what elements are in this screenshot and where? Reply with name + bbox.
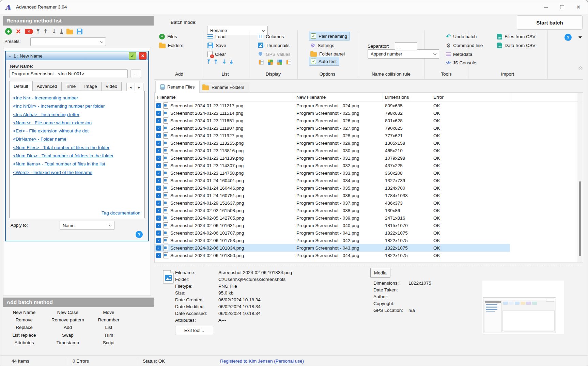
row-checkbox-checked-icon[interactable] — [156, 223, 161, 228]
js-console-button[interactable]: </>JS Console — [446, 59, 476, 66]
minimize-button[interactable] — [538, 0, 554, 14]
row-checkbox-checked-icon[interactable] — [156, 245, 161, 251]
add-batch-method-item[interactable]: List replace — [4, 331, 45, 339]
new-name-browse-button[interactable]: ... — [130, 69, 141, 78]
maximize-button[interactable] — [554, 0, 570, 14]
separator-input[interactable] — [395, 42, 417, 50]
tab-video[interactable]: Video — [102, 82, 122, 91]
tag-link[interactable]: <DirName> - Folder name — [13, 135, 113, 143]
display-thumbnails-button[interactable]: Thumbnails — [258, 42, 290, 49]
add-batch-method-item[interactable]: Remove — [4, 316, 45, 323]
table-row[interactable]: Screenshot 2024-01-24 160751.png Program… — [155, 192, 510, 199]
presets-select[interactable] — [30, 37, 106, 46]
table-row[interactable]: Screenshot 2024-01-23 111927.png Program… — [155, 132, 510, 139]
add-batch-method-item[interactable]: List — [91, 324, 126, 331]
add-batch-method-item[interactable]: Attributes — [4, 339, 45, 347]
table-row[interactable]: Screenshot 2024-02-06 101753.png Program… — [155, 237, 510, 244]
view-tiles-icon[interactable] — [268, 60, 273, 65]
list-clear-button[interactable]: Clear — [207, 50, 226, 58]
table-row[interactable]: Screenshot 2024-02-06 101834.png Program… — [155, 244, 510, 252]
table-row[interactable]: Screenshot 2024-01-23 111514.png Program… — [155, 109, 510, 117]
row-checkbox-checked-icon[interactable] — [156, 133, 161, 138]
table-row[interactable]: Screenshot 2024-02-02 161508.png Program… — [155, 207, 510, 214]
add-batch-method-item[interactable]: Swap — [45, 331, 91, 339]
row-checkbox-checked-icon[interactable] — [156, 178, 161, 183]
tag-link[interactable]: <Ext> - File extension without the dot — [13, 127, 113, 135]
table-row[interactable]: Screenshot 2024-01-23 114307.png Program… — [155, 162, 510, 169]
table-row[interactable]: Screenshot 2024-01-23 111651.png Program… — [155, 117, 510, 124]
method-help-icon[interactable]: ? — [136, 231, 143, 238]
add-method-icon[interactable]: + — [5, 28, 12, 35]
start-batch-button[interactable]: Start batch — [517, 15, 583, 30]
command-line-button[interactable]: ⚙Command line — [446, 42, 483, 49]
move-down-icon[interactable]: ↓ — [52, 28, 57, 35]
tab-advanced[interactable]: Advanced — [33, 82, 62, 91]
row-checkbox-checked-icon[interactable] — [156, 253, 161, 258]
close-button[interactable]: ✕ — [571, 0, 586, 14]
move-bottom-icon[interactable]: ⤓ — [60, 28, 63, 35]
move-top-icon[interactable]: ⤒ — [207, 58, 210, 65]
row-checkbox-checked-icon[interactable] — [156, 238, 161, 243]
view-list-icon[interactable] — [286, 60, 291, 65]
help-dropdown-icon[interactable] — [578, 36, 582, 38]
add-batch-method-item[interactable]: Remove pattern — [45, 316, 91, 323]
row-checkbox-checked-icon[interactable] — [156, 171, 161, 176]
table-row[interactable]: Screenshot 2024-01-23 111807.png Program… — [155, 124, 510, 132]
add-batch-method-item[interactable]: Replace — [4, 324, 45, 331]
collision-rule-select[interactable]: Append number — [368, 49, 439, 59]
undo-batch-button[interactable]: ↶Undo batch — [446, 33, 477, 40]
registration-link[interactable]: Registered to Kim Jensen (Personal use) — [220, 356, 304, 366]
add-batch-method-item[interactable]: New Case — [45, 308, 91, 316]
tag-link[interactable]: <Inc Nr> - Incrementing number — [13, 94, 113, 102]
table-row[interactable]: Screenshot 2024-01-24 160446.png Program… — [155, 184, 510, 192]
auto-test-toggle[interactable]: ✓Auto test — [309, 57, 339, 66]
apply-to-select[interactable]: Name — [60, 221, 114, 230]
list-save-button[interactable]: Save — [207, 42, 226, 49]
table-scrollbar-thumb[interactable] — [579, 181, 581, 256]
row-checkbox-checked-icon[interactable] — [156, 111, 161, 116]
method-enabled-checkbox[interactable]: ✓ — [129, 52, 136, 60]
row-checkbox-checked-icon[interactable] — [156, 193, 161, 198]
method-panel-header[interactable]: - 1 : New Name ✓ ✕ — [6, 51, 148, 60]
row-checkbox-checked-icon[interactable] — [156, 141, 161, 146]
table-row[interactable]: Screenshot 2024-01-23 113255.png Program… — [155, 139, 510, 147]
tab-time[interactable]: Time — [62, 82, 80, 91]
add-batch-method-item[interactable]: Move — [91, 308, 126, 316]
column-header-dimensions[interactable]: Dimensions — [383, 93, 431, 101]
row-checkbox-checked-icon[interactable] — [156, 118, 161, 123]
add-batch-method-item[interactable]: New Name — [4, 308, 45, 316]
tab-scroll-left-button[interactable]: ◂ — [126, 83, 135, 92]
data-from-csv-button[interactable]: csvData from CSV — [497, 42, 536, 49]
row-checkbox-checked-icon[interactable] — [156, 126, 161, 131]
remove-method-icon[interactable]: ✕ — [16, 28, 21, 35]
open-preset-icon[interactable] — [66, 30, 73, 34]
table-row[interactable]: Screenshot 2024-01-23 113816.png Program… — [155, 147, 510, 154]
column-header-filename[interactable]: Filename — [155, 93, 294, 101]
tag-link[interactable]: <Num Items> - Total number of files in t… — [13, 160, 113, 168]
tag-documentation-link[interactable]: Tag documentation — [102, 210, 140, 216]
row-checkbox-checked-icon[interactable] — [156, 216, 161, 221]
new-name-input[interactable] — [9, 69, 128, 78]
tag-link[interactable]: <Inc Alpha> - Incrementing letter — [13, 111, 113, 119]
move-up-icon[interactable]: ↑ — [214, 58, 218, 65]
table-row[interactable]: Screenshot 2024-01-23 114758.png Program… — [155, 169, 510, 177]
row-checkbox-checked-icon[interactable] — [156, 208, 161, 213]
add-batch-method-item[interactable]: Script — [91, 339, 126, 347]
row-checkbox-checked-icon[interactable] — [156, 156, 161, 161]
row-checkbox-checked-icon[interactable] — [156, 103, 161, 108]
add-files-button[interactable]: +Files — [159, 33, 177, 40]
exiftool-button[interactable]: ExifTool... — [175, 326, 213, 335]
move-up-icon[interactable]: ↑ — [43, 28, 48, 35]
tag-link[interactable]: <Word> - Indexed word of the filename — [13, 169, 113, 177]
move-bottom-icon[interactable]: ⤓ — [230, 58, 233, 65]
settings-button[interactable]: ⚙Settings — [310, 42, 334, 49]
table-row[interactable]: Screenshot 2024-01-29 151637.png Program… — [155, 199, 510, 207]
tag-link[interactable]: <Inc NrDir> - Incrementing number per fo… — [13, 102, 113, 110]
add-batch-method-item[interactable]: Add — [45, 324, 91, 331]
table-scrollbar-track[interactable] — [577, 93, 583, 262]
tab-rename-files[interactable]: Rename Files — [155, 81, 200, 93]
add-folders-button[interactable]: Folders — [159, 42, 183, 49]
collapse-ribbon-icon[interactable] — [579, 67, 582, 71]
files-from-csv-button[interactable]: csvFiles from CSV — [497, 33, 536, 40]
add-batch-method-item[interactable]: Renumber — [91, 316, 126, 323]
